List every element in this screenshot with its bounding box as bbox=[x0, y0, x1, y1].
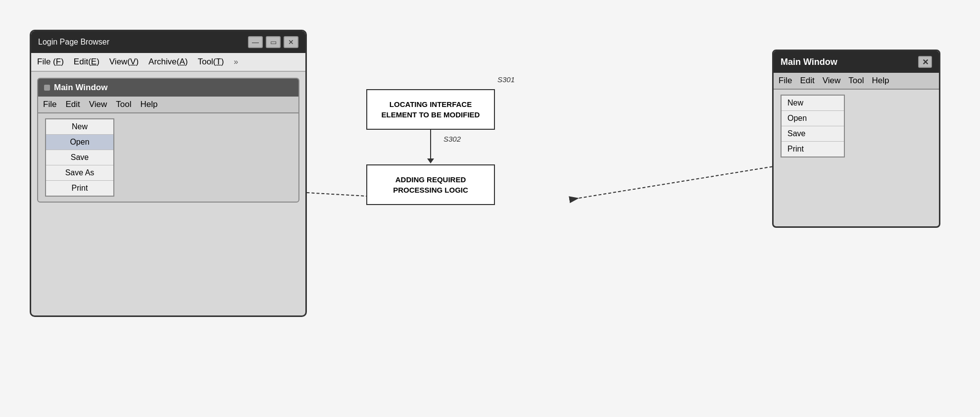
dropdown-item-saveas[interactable]: Save As bbox=[46, 165, 113, 181]
step-s302-label: S302 bbox=[443, 135, 461, 143]
flow-box-2: ADDING REQUIRED PROCESSING LOGIC bbox=[366, 164, 495, 205]
right-menu-file[interactable]: File bbox=[779, 76, 792, 86]
right-window-title: Main Window bbox=[781, 57, 837, 67]
right-menu-help[interactable]: Help bbox=[872, 76, 889, 86]
inner-titlebar-dot bbox=[44, 85, 50, 91]
right-menubar: File Edit View Tool Help bbox=[774, 73, 939, 90]
browser-title: Login Page Browser bbox=[38, 38, 109, 47]
dropdown-item-new[interactable]: New bbox=[46, 119, 113, 135]
inner-titlebar: Main Window bbox=[38, 79, 298, 97]
right-menu-edit[interactable]: Edit bbox=[800, 76, 814, 86]
diagram-container: Login Page Browser — ▭ ✕ File (F) Edit(E… bbox=[0, 0, 980, 417]
right-dropdown-item-print[interactable]: Print bbox=[782, 142, 844, 156]
flowchart: S301 LOCATING INTERFACE ELEMENT TO BE MO… bbox=[337, 89, 525, 205]
browser-menubar: File (F) Edit(E) View(V) Archive(A) Tool… bbox=[31, 53, 305, 72]
right-window: Main Window ✕ File Edit View Tool Help N… bbox=[772, 50, 940, 228]
inner-window: Main Window File Edit View Tool Help New… bbox=[37, 78, 299, 203]
right-menu-tool[interactable]: Tool bbox=[848, 76, 864, 86]
browser-controls: — ▭ ✕ bbox=[248, 36, 298, 48]
browser-menu-file[interactable]: File (F) bbox=[37, 57, 64, 67]
left-dropdown: New Open Save Save As Print bbox=[45, 118, 114, 197]
dropdown-item-open[interactable]: Open bbox=[46, 135, 113, 150]
right-menu-view[interactable]: View bbox=[823, 76, 841, 86]
right-titlebar: Main Window ✕ bbox=[774, 51, 939, 73]
svg-line-3 bbox=[579, 163, 792, 198]
inner-menu-help[interactable]: Help bbox=[140, 100, 157, 109]
browser-menu-archive[interactable]: Archive(A) bbox=[148, 57, 188, 67]
maximize-button[interactable]: ▭ bbox=[266, 36, 281, 48]
browser-titlebar: Login Page Browser — ▭ ✕ bbox=[31, 31, 305, 53]
inner-menu-edit[interactable]: Edit bbox=[65, 100, 80, 109]
inner-menu-file[interactable]: File bbox=[43, 100, 56, 109]
right-dropdown-item-save[interactable]: Save bbox=[782, 126, 844, 142]
browser-menu-more[interactable]: » bbox=[234, 57, 238, 66]
browser-menu-tool[interactable]: Tool(T) bbox=[197, 57, 224, 67]
right-dropdown-item-open[interactable]: Open bbox=[782, 111, 844, 126]
browser-window: Login Page Browser — ▭ ✕ File (F) Edit(E… bbox=[30, 30, 307, 317]
close-button[interactable]: ✕ bbox=[284, 36, 298, 48]
inner-menu-view[interactable]: View bbox=[89, 100, 107, 109]
inner-menubar: File Edit View Tool Help bbox=[38, 97, 298, 113]
right-dropdown-item-new[interactable]: New bbox=[782, 96, 844, 111]
browser-menu-edit[interactable]: Edit(E) bbox=[74, 57, 99, 67]
minimize-button[interactable]: — bbox=[248, 36, 263, 48]
right-close-button[interactable]: ✕ bbox=[918, 56, 932, 68]
dropdown-item-print[interactable]: Print bbox=[46, 181, 113, 196]
right-dropdown: New Open Save Print bbox=[781, 95, 845, 157]
inner-menu-tool[interactable]: Tool bbox=[116, 100, 131, 109]
browser-menu-view[interactable]: View(V) bbox=[109, 57, 139, 67]
inner-window-title: Main Window bbox=[54, 83, 107, 93]
flow-box-1: LOCATING INTERFACE ELEMENT TO BE MODIFIE… bbox=[366, 89, 495, 130]
dropdown-item-save[interactable]: Save bbox=[46, 150, 113, 165]
step-s301-label: S301 bbox=[497, 75, 515, 84]
